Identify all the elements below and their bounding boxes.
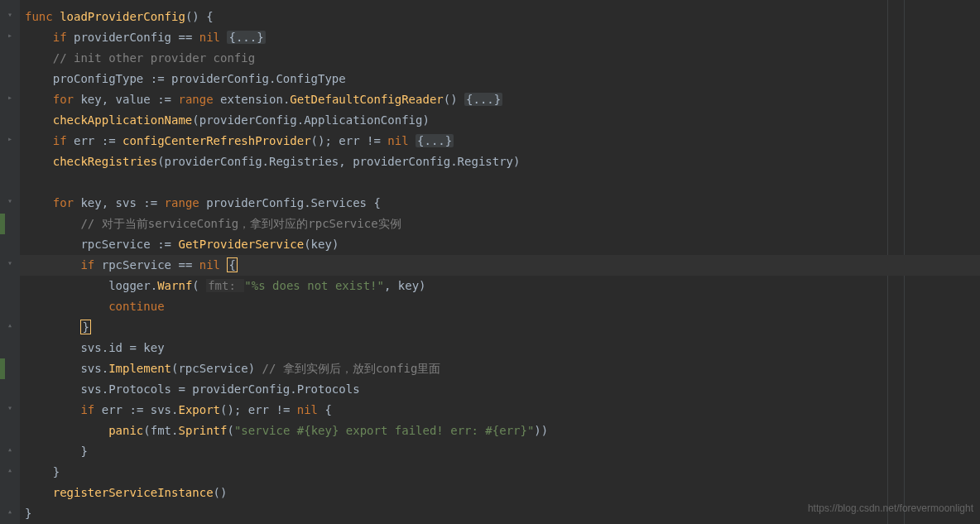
code-area[interactable]: func loadProviderConfig() { if providerC… <box>20 0 980 524</box>
code-line[interactable] <box>20 172 980 193</box>
code-line[interactable]: // 对于当前serviceConfig，拿到对应的rpcService实例 <box>20 214 980 234</box>
watermark-text: https://blog.csdn.net/forevermoonlight <box>808 498 973 519</box>
fold-marker[interactable]: ▾ <box>5 10 15 20</box>
fold-marker[interactable]: ▾ <box>5 403 15 413</box>
code-line[interactable]: } <box>20 441 980 462</box>
code-fold[interactable]: {...} <box>227 31 265 44</box>
code-line[interactable]: for key, value := range extension.GetDef… <box>20 89 980 110</box>
fold-end-marker[interactable]: ▴ <box>5 320 15 330</box>
brace-match: { <box>227 257 237 272</box>
fold-end-marker[interactable]: ▴ <box>5 445 15 454</box>
code-line-current[interactable]: if rpcService == nil { <box>20 255 980 276</box>
code-line[interactable]: svs.Implement(rpcService) // 拿到实例后，放到con… <box>20 358 980 379</box>
param-hint: fmt: <box>206 279 244 292</box>
code-line[interactable]: continue <box>20 296 980 317</box>
code-line[interactable]: checkApplicationName(providerConfig.Appl… <box>20 110 980 131</box>
code-line[interactable]: func loadProviderConfig() { <box>20 7 980 27</box>
code-fold[interactable]: {...} <box>416 134 454 147</box>
gutter: ▾ ▸ ▸ ▸ ▾ ▾ ▴ ▾ ▴ ▴ ▴ <box>0 0 20 524</box>
line-marker <box>0 214 5 234</box>
fold-marker[interactable]: ▸ <box>5 134 15 144</box>
code-line[interactable]: } <box>20 462 980 483</box>
code-line[interactable]: panic(fmt.Sprintf("service #{key} export… <box>20 421 980 441</box>
fold-end-marker[interactable]: ▴ <box>5 507 15 517</box>
code-fold[interactable]: {...} <box>464 93 502 106</box>
code-line[interactable]: } <box>20 317 980 338</box>
code-line[interactable]: if err := configCenterRefreshProvider();… <box>20 131 980 151</box>
code-editor[interactable]: ▾ ▸ ▸ ▸ ▾ ▾ ▴ ▾ ▴ ▴ ▴ func loadProviderC… <box>0 0 980 524</box>
code-line[interactable]: checkRegistries(providerConfig.Registrie… <box>20 151 980 172</box>
code-line[interactable]: for key, svs := range providerConfig.Ser… <box>20 193 980 214</box>
code-line[interactable]: proConfigType := providerConfig.ConfigTy… <box>20 69 980 89</box>
code-line[interactable]: rpcService := GetProviderService(key) <box>20 234 980 255</box>
code-line[interactable]: // init other provider config <box>20 48 980 69</box>
code-line[interactable]: if providerConfig == nil {...} <box>20 27 980 48</box>
fold-end-marker[interactable]: ▴ <box>5 465 15 475</box>
fold-marker[interactable]: ▸ <box>5 31 15 41</box>
code-line[interactable]: svs.id = key <box>20 338 980 358</box>
fold-marker[interactable]: ▾ <box>5 196 15 206</box>
brace-match: } <box>80 320 90 334</box>
fold-marker[interactable]: ▸ <box>5 93 15 103</box>
code-line[interactable]: svs.Protocols = providerConfig.Protocols <box>20 379 980 400</box>
code-line[interactable]: logger.Warnf( fmt: "%s does not exist!",… <box>20 276 980 296</box>
code-line[interactable]: if err := svs.Export(); err != nil { <box>20 400 980 421</box>
line-marker <box>0 358 5 379</box>
fold-marker[interactable]: ▾ <box>5 258 15 268</box>
